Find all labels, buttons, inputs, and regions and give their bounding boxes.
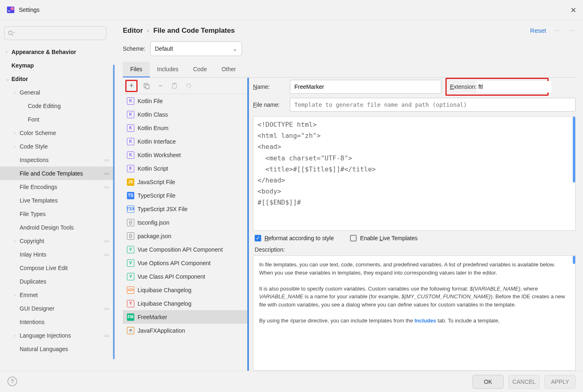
sidebar-item[interactable]: Intentions [0,315,115,329]
template-row[interactable]: ☕JavaFXApplication [123,324,247,337]
file-type-icon: K [127,165,134,172]
template-row[interactable]: VVue Options API Component [123,256,247,270]
sidebar-item[interactable]: ›Emmet [0,288,115,302]
paste-template-button[interactable] [169,81,179,91]
template-row[interactable]: KKotlin Script [123,162,247,175]
sidebar-item[interactable]: Inlay Hints▭ [0,248,115,261]
template-row[interactable]: {}package.json [123,229,247,243]
template-row[interactable]: KKotlin Interface [123,135,247,148]
sidebar-item[interactable]: ›Color Scheme [0,126,115,140]
nav-forward-icon[interactable]: → [568,26,576,35]
add-template-button[interactable]: + [125,80,138,92]
remove-template-button[interactable]: − [156,81,165,91]
sidebar-item[interactable]: File Types [0,207,115,221]
tab-code[interactable]: Code [186,62,214,77]
app-icon [7,6,15,14]
sidebar-item[interactable]: ›Language Injections▭ [0,329,115,342]
reformat-checkbox[interactable]: ✓ Reformat according to style [255,235,334,241]
description-box: In file templates, you can use text, cod… [253,255,576,371]
template-row[interactable]: FMFreeMarker [123,310,247,324]
scheme-select[interactable]: Default ⌄ [150,41,242,56]
sidebar-item[interactable]: Live Templates [0,194,115,207]
cancel-button[interactable]: CANCEL [508,375,540,389]
sidebar-item[interactable]: Compose Live Edit [0,261,115,275]
template-row[interactable]: KKotlin Class [123,108,247,121]
tab-includes[interactable]: Includes [150,62,186,77]
sidebar-item[interactable]: Font [0,113,115,126]
description-scrollbar[interactable] [573,256,575,264]
nav-back-icon[interactable]: ← [554,26,561,35]
live-templates-checkbox[interactable]: Enable Live Templates [350,235,418,241]
file-type-icon: TS [127,192,134,199]
sidebar-item[interactable]: Code Editing [0,99,115,113]
template-row[interactable]: TSXTypeScript JSX File [123,202,247,216]
settings-tree: ›Appearance & BehaviorKeymap⌄Editor›Gene… [0,45,115,371]
name-field[interactable] [290,80,441,94]
caret-icon: › [14,292,20,298]
template-label: Kotlin Interface [138,138,176,145]
sidebar-item-label: Appearance & Behavior [11,49,76,55]
template-row[interactable]: KKotlin File [123,94,247,108]
chevron-right-icon: › [147,27,149,34]
sidebar-item-label: Emmet [20,292,38,298]
template-row[interactable]: </>Liquibase Changelog [123,283,247,297]
sidebar-item-label: Code Editing [28,103,61,109]
template-row[interactable]: JSJavaScript File [123,175,247,189]
template-label: Vue Composition API Component [138,246,223,253]
sidebar-item[interactable]: ›Copyright▭ [0,234,115,248]
sidebar-item[interactable]: ›Appearance & Behavior [0,45,115,59]
template-row[interactable]: VVue Class API Component [123,270,247,283]
template-row[interactable]: YLiquibase Changelog [123,297,247,310]
project-scope-icon: ▭ [104,238,109,244]
apply-button[interactable]: APPLY [545,375,576,389]
template-row[interactable]: KKotlin Worksheet [123,148,247,162]
sidebar-item-label: Copyright [20,238,44,244]
sidebar-item[interactable]: ›Code Style [0,140,115,153]
tab-files[interactable]: Files [123,62,150,77]
sidebar-item[interactable]: Duplicates [0,275,115,288]
svg-rect-8 [174,83,175,84]
crumb-page: File and Code Templates [153,27,235,35]
template-row[interactable]: TSTypeScript File [123,189,247,202]
close-icon[interactable]: ✕ [570,6,576,15]
template-toolbar: + − [123,78,247,94]
extension-field[interactable] [477,81,551,92]
sidebar-item[interactable]: Keymap [0,59,115,72]
template-row[interactable]: KKotlin Enum [123,121,247,135]
template-row[interactable]: VVue Composition API Component [123,243,247,256]
includes-link[interactable]: Includes [414,318,436,324]
template-code-editor[interactable]: <!DOCTYPE html> <html lang="zh"> <head> … [253,116,576,231]
project-scope-icon: ▭ [104,157,109,163]
ok-button[interactable]: OK [472,375,504,389]
help-icon[interactable]: ? [7,376,17,386]
sidebar-item[interactable]: ⌄Editor [0,72,115,86]
sidebar-item[interactable]: Inspections▭ [0,153,115,167]
sidebar-item-label: Editor [11,76,28,82]
caret-icon: › [14,238,20,244]
sidebar: ˒ ›Appearance & BehaviorKeymap⌄Editor›Ge… [0,20,115,371]
editor-scrollbar[interactable] [573,117,575,182]
sidebar-item-label: File Encodings [20,184,57,190]
undo-button[interactable] [183,81,193,91]
sidebar-scrollbar[interactable] [113,65,115,359]
filename-field[interactable] [290,98,576,112]
project-scope-icon: ▭ [104,171,109,176]
sidebar-item[interactable]: ›General [0,86,115,99]
search-input[interactable]: ˒ [4,26,106,40]
sidebar-item[interactable]: Android Design Tools [0,221,115,234]
sidebar-item-label: GUI Designer [20,305,54,312]
copy-template-button[interactable] [142,81,151,91]
breadcrumb: Editor › File and Code Templates Reset ←… [123,26,576,35]
tab-other[interactable]: Other [214,62,243,77]
sidebar-item[interactable]: GUI Designer▭ [0,302,115,315]
sidebar-item[interactable]: File and Code Templates▭ [0,167,115,180]
file-type-icon: </> [127,286,134,294]
sidebar-item[interactable]: Natural Languages [0,342,115,356]
svg-rect-6 [146,85,149,89]
sidebar-item[interactable]: File Encodings▭ [0,180,115,194]
template-label: Vue Class API Component [138,273,205,280]
template-row[interactable]: {}tsconfig.json [123,216,247,229]
template-label: TypeScript JSX File [138,206,188,212]
reset-link[interactable]: Reset [530,27,546,34]
file-type-icon: JS [127,178,134,186]
